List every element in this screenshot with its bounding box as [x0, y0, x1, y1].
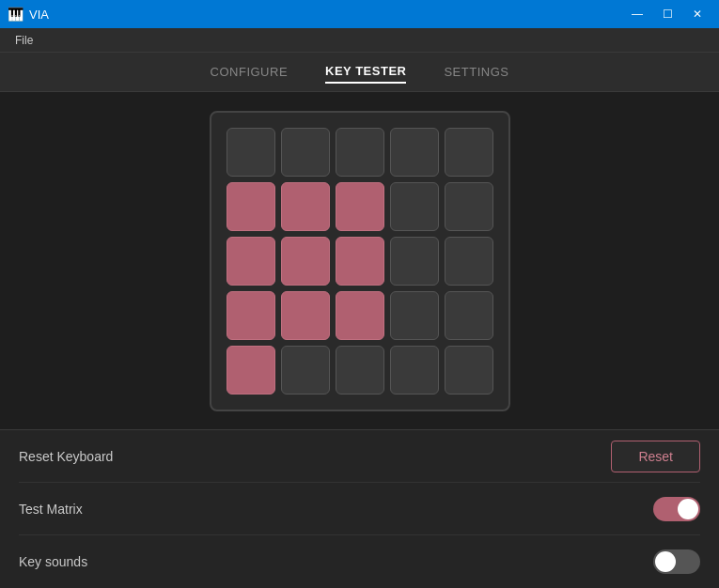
key-r1-c4[interactable]	[445, 182, 493, 231]
key-r3-c1[interactable]	[281, 291, 330, 340]
maximize-button[interactable]: ☐	[653, 5, 681, 23]
keyboard-area	[0, 92, 719, 429]
keyboard-container	[210, 111, 510, 411]
app-title: VIA	[29, 8, 49, 22]
key-r1-c1[interactable]	[281, 182, 330, 231]
key-r0-c3[interactable]	[390, 128, 439, 177]
key-r4-c4[interactable]	[445, 346, 493, 395]
key-r2-c1[interactable]	[281, 237, 330, 286]
window-controls: — ☐ ✕	[623, 5, 711, 23]
reset-row: Reset Keyboard Reset	[19, 430, 700, 483]
file-menu[interactable]: File	[8, 32, 40, 49]
key-r3-c2[interactable]	[336, 291, 384, 340]
reset-label: Reset Keyboard	[19, 449, 113, 464]
key-sounds-row: Key sounds	[19, 535, 700, 588]
key-r2-c3[interactable]	[390, 237, 439, 286]
minimize-button[interactable]: —	[623, 5, 651, 23]
title-bar: 🎹 VIA — ☐ ✕	[0, 0, 719, 28]
key-grid	[227, 128, 493, 395]
test-matrix-knob	[678, 499, 698, 519]
app-icon: 🎹	[8, 7, 23, 22]
key-r0-c2[interactable]	[336, 128, 384, 177]
key-r0-c0[interactable]	[227, 128, 275, 177]
key-r4-c2[interactable]	[336, 346, 384, 395]
key-r4-c3[interactable]	[390, 346, 439, 395]
bottom-panel: Reset Keyboard Reset Test Matrix Key sou…	[0, 429, 719, 588]
reset-button[interactable]: Reset	[611, 441, 700, 472]
key-r0-c4[interactable]	[445, 128, 493, 177]
key-r3-c4[interactable]	[445, 291, 493, 340]
menu-bar: File	[0, 28, 719, 53]
test-matrix-label: Test Matrix	[19, 502, 83, 517]
key-r2-c2[interactable]	[336, 237, 384, 286]
key-r4-c1[interactable]	[281, 346, 330, 395]
test-matrix-row: Test Matrix	[19, 483, 700, 535]
tab-settings[interactable]: SETTINGS	[444, 61, 508, 83]
key-r0-c1[interactable]	[281, 128, 330, 177]
key-sounds-toggle[interactable]	[653, 549, 700, 574]
close-button[interactable]: ✕	[683, 5, 711, 23]
key-r1-c3[interactable]	[390, 182, 439, 231]
key-sounds-label: Key sounds	[19, 554, 87, 569]
tab-key-tester[interactable]: KEY TESTER	[325, 60, 406, 84]
tab-configure[interactable]: CONFIGURE	[211, 61, 289, 83]
key-r3-c0[interactable]	[227, 291, 275, 340]
test-matrix-toggle[interactable]	[653, 497, 700, 521]
key-r3-c3[interactable]	[390, 291, 439, 340]
key-r2-c0[interactable]	[227, 237, 275, 286]
key-sounds-knob	[655, 551, 676, 572]
key-r4-c0[interactable]	[227, 346, 275, 395]
key-r1-c0[interactable]	[227, 182, 275, 231]
nav-tabs: CONFIGURE KEY TESTER SETTINGS	[0, 53, 719, 92]
key-r2-c4[interactable]	[445, 237, 493, 286]
key-r1-c2[interactable]	[336, 182, 384, 231]
